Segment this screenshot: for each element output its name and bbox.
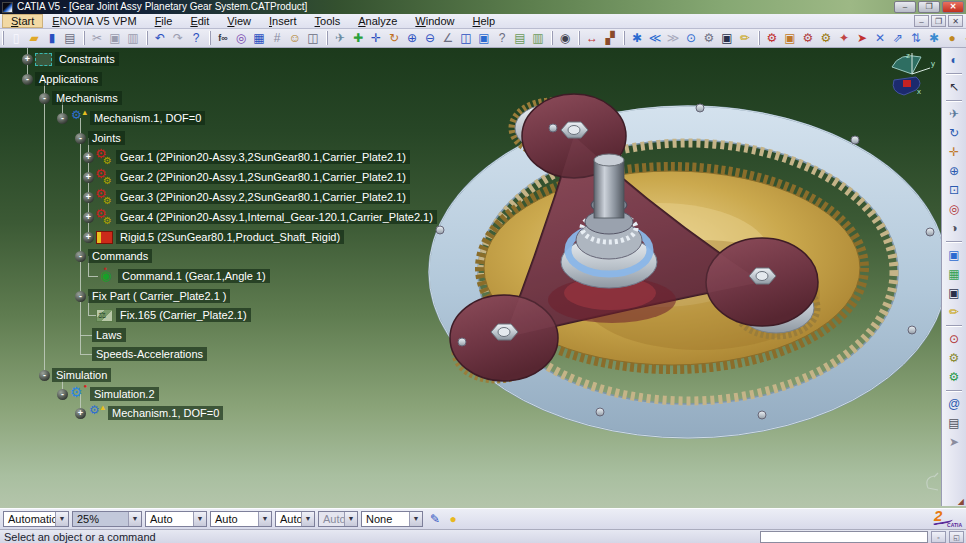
mail-at-button[interactable]: @ [944,395,964,414]
mdi-minimize-button[interactable]: – [914,15,929,27]
color-bars-button[interactable]: ▦ [944,265,964,284]
tree-node-laws[interactable]: Laws [80,326,126,344]
isometric-view-button[interactable]: ▣ [475,30,493,47]
menu-analyze[interactable]: Analyze [349,14,406,28]
expand-node-button[interactable]: + [75,408,86,419]
tree-node-label[interactable]: Command.1 (Gear.1,Angle 1) [118,269,270,283]
joint-play-button[interactable]: ✦ [835,30,853,47]
tree-node-label[interactable]: Fix.165 (Carrier_Plate2.1) [116,308,251,322]
mdi-restore-button[interactable]: ❐ [931,15,946,27]
simulation-with-commands-button[interactable]: ⚙ [799,30,817,47]
tree-node-label[interactable]: Joints [88,131,125,145]
magnifier-button[interactable]: ⊙ [944,330,964,349]
collapse-node-button[interactable]: - [39,370,50,381]
replay-button[interactable]: ▣ [781,30,799,47]
formula-button[interactable]: f∞ [214,30,232,47]
tree-node-gear-1-2pinion20-assy-3-2sungear80-1-car[interactable]: +Gear.1 (2Pinion20-Assy.3,2SunGear80.1,C… [83,148,410,166]
mechanism-dressup-button[interactable]: ⚙ [817,30,835,47]
toolbar-grip[interactable] [758,31,760,45]
toolbar-grip[interactable] [146,31,148,45]
tree-node-label[interactable]: Gear.1 (2Pinion20-Assy.3,2SunGear80.1,Ca… [116,150,410,164]
menu-file[interactable]: File [146,14,182,28]
expand-node-button[interactable]: + [22,54,33,65]
revolute-joint-button[interactable]: ✕ [871,30,889,47]
tree-node-fix-165-carrier-plate2-1[interactable]: Fix.165 (Carrier_Plate2.1) [88,306,251,324]
spherical-joint-button[interactable]: ● [943,30,961,47]
select-button[interactable]: ↖ [944,78,964,97]
layer-dropdown[interactable]: None▼ [361,511,423,527]
tree-node-label[interactable]: Speeds-Accelerations [92,347,207,361]
line-weight-dropdown[interactable]: Auto▼ [145,511,207,527]
tree-node-label[interactable]: Mechanisms [52,91,122,105]
planar-joint-button[interactable]: ◆ [961,30,966,47]
named-views-button[interactable]: ▣ [944,246,964,265]
tree-node-label[interactable]: Commands [88,249,152,263]
screw-joint-button[interactable]: ✱ [925,30,943,47]
tree-node-gear-2-2pinion20-assy-1-2sungear80-1-car[interactable]: +Gear.2 (2Pinion20-Assy.1,2SunGear80.1,C… [83,168,410,186]
tree-node-simulation-2[interactable]: -Simulation.2 [57,385,159,403]
menu-tools[interactable]: Tools [306,14,350,28]
tree-node-rigid-5-2sungear80-1-product-shaft-rigid[interactable]: +Rigid.5 (2SunGear80.1,Product_Shaft_Rig… [83,228,344,246]
sketch-tracer-button[interactable]: ✏ [736,30,754,47]
tree-node-label[interactable]: Simulation [52,368,111,382]
expand-node-button[interactable]: + [83,232,94,243]
tree-node-label[interactable]: Mechanism.1, DOF=0 [108,406,223,420]
annotate-button[interactable]: ✏ [944,303,964,322]
menu-enovia-v5-vpm[interactable]: ENOVIA V5 VPM [43,14,145,28]
painter-button[interactable]: ● [444,511,462,528]
chevron-down-icon[interactable]: ▼ [344,512,357,526]
collapse-node-button[interactable]: - [75,291,86,302]
dialog-expand-button[interactable]: ◱ [949,531,964,543]
tree-node-label[interactable]: Simulation.2 [90,387,159,401]
toolbar-grip[interactable] [623,31,625,45]
measure-item-button[interactable]: ▞ [601,30,619,47]
tree-node-mechanism-1-dof-0[interactable]: +Mechanism.1, DOF=0 [75,404,223,422]
fly-mode-button[interactable]: ✈ [331,30,349,47]
manage-representations-button[interactable]: ☺ [286,30,304,47]
3d-viewport[interactable]: z y x +Constraints-Applications-Mechanis… [0,48,966,508]
tree-node-label[interactable]: Constraints [55,52,119,66]
iso-cube-button[interactable]: ▣ [944,284,964,303]
tree-node-mechanisms[interactable]: -Mechanisms [39,89,122,107]
menu-insert[interactable]: Insert [260,14,306,28]
zoom-in-button[interactable]: ⊕ [403,30,421,47]
tree-node-applications[interactable]: -Applications [22,70,102,88]
command-input[interactable] [760,531,928,543]
new-document-button[interactable]: ▯ [7,30,25,47]
expand-node-button[interactable]: + [83,192,94,203]
tree-node-label[interactable]: Gear.2 (2Pinion20-Assy.1,2SunGear80.1,Ca… [116,170,410,184]
tree-node-label[interactable]: Mechanism.1, DOF=0 [90,111,205,125]
collapse-node-button[interactable]: - [75,133,86,144]
copy-button[interactable]: ▣ [106,30,124,47]
pan-view-button[interactable]: ✛ [944,143,964,162]
skip-to-end-button[interactable]: ≫ [664,30,682,47]
cylindrical-joint-button[interactable]: ⇅ [907,30,925,47]
transparency-dropdown[interactable]: 25%▼ [72,511,142,527]
mdi-close-button[interactable]: ✕ [948,15,963,27]
toolbar-grip[interactable] [578,31,580,45]
toolbar-grip[interactable] [209,31,211,45]
collapse-node-button[interactable]: - [57,113,68,124]
sim-settings-button[interactable]: ⚙ [700,30,718,47]
normal-view-button[interactable]: ∠ [439,30,457,47]
tree-node-label[interactable]: Applications [35,72,102,86]
menu-window[interactable]: Window [406,14,463,28]
resize-corner[interactable]: ◢ [958,497,964,506]
orbit-rotate-button[interactable]: ↻ [944,124,964,143]
tree-node-fix-part-carrier-plate2-1[interactable]: -Fix Part ( Carrier_Plate2.1 ) [75,287,230,305]
expand-node-button[interactable]: + [83,212,94,223]
zoom-out-button[interactable]: ⊖ [421,30,439,47]
gear-options-button[interactable]: ⚙ [944,349,964,368]
update-positions-button[interactable]: ✱ [628,30,646,47]
chevron-down-icon[interactable]: ▼ [301,512,314,526]
pan-button[interactable]: ✛ [367,30,385,47]
scene-image-button[interactable]: ▣ [718,30,736,47]
tree-node-commands[interactable]: -Commands [75,247,152,265]
tree-node-label[interactable]: Laws [92,328,126,342]
rotate-button[interactable]: ↻ [385,30,403,47]
paste-button[interactable]: ▥ [124,30,142,47]
compass[interactable]: z y x [892,51,935,96]
split-view-button[interactable]: ◫ [304,30,322,47]
product-structure-button[interactable]: # [268,30,286,47]
tree-node-mechanism-1-dof-0[interactable]: -Mechanism.1, DOF=0 [57,109,205,127]
